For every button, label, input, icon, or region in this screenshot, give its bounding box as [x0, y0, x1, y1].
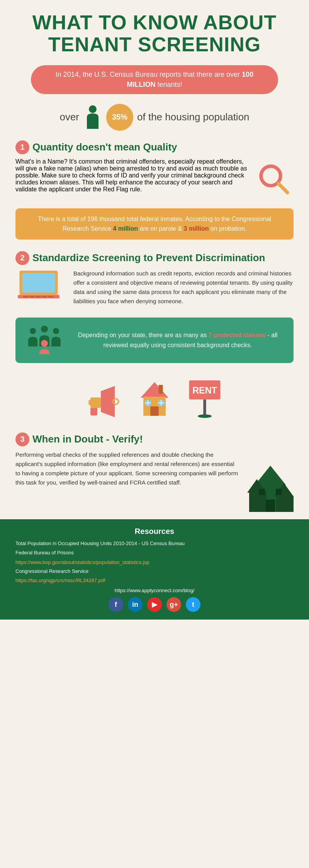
- social-row: f in ▶ g+ t: [15, 597, 294, 612]
- twitter-icon[interactable]: t: [186, 597, 200, 612]
- info-box: There is a total of 196 thousand total f…: [15, 208, 294, 240]
- section1-number: 1: [15, 140, 29, 154]
- section2-body: Background information such as credit re…: [73, 269, 294, 306]
- section3-number: 3: [15, 432, 29, 446]
- megaphone-icon: [87, 384, 122, 419]
- resource2-url[interactable]: https://www.bop.gov/about/statistics/pop…: [15, 559, 149, 565]
- svg-rect-10: [48, 296, 53, 297]
- twitter-label: t: [192, 601, 194, 609]
- svg-rect-28: [159, 385, 163, 393]
- section1-body: What's in a Name? It's common that crimi…: [15, 158, 247, 193]
- svg-point-14: [41, 340, 48, 347]
- census-banner: In 2014, the U.S. Census Bureau reports …: [31, 65, 278, 94]
- population-text: of the housing population: [137, 111, 250, 123]
- linkedin-label: in: [132, 601, 138, 609]
- magnifier-icon: [257, 162, 292, 197]
- section2-title-text: Standardize Screening to Prevent Discrim…: [32, 252, 265, 264]
- section2-body-text: Background information such as credit re…: [73, 269, 294, 306]
- linkedin-icon[interactable]: in: [128, 597, 143, 612]
- houses-right: [247, 450, 294, 513]
- section3: 3 When in Doubt - Verify! Performing ver…: [0, 427, 309, 519]
- people-group-svg: [25, 323, 64, 354]
- svg-rect-38: [276, 496, 294, 512]
- over-label: over: [59, 111, 79, 123]
- section1-body-text: What's in a Name? It's common that crimi…: [15, 158, 247, 193]
- svg-marker-19: [141, 382, 168, 398]
- svg-rect-39: [266, 500, 275, 512]
- svg-line-2: [278, 184, 287, 193]
- googleplus-icon[interactable]: g+: [166, 597, 181, 612]
- magnifier-area: [255, 158, 294, 197]
- section3-body: Performing verbal checks of the supplied…: [15, 450, 239, 513]
- icons-row: RENT: [0, 369, 309, 427]
- protected-text: Depending on your state, there are as ma…: [71, 330, 284, 350]
- svg-rect-29: [203, 399, 206, 417]
- website-url-text: https://www.applyconnect.com/blog/: [115, 588, 195, 593]
- svg-rect-41: [276, 489, 282, 495]
- svg-rect-21: [150, 406, 159, 415]
- svg-point-11: [30, 328, 36, 334]
- info-green-text: 4 million: [113, 225, 138, 232]
- svg-rect-17: [89, 400, 94, 405]
- facebook-icon[interactable]: f: [109, 597, 123, 612]
- svg-rect-9: [42, 296, 47, 297]
- header-section: WHAT TO KNOW ABOUT TENANT SCREENING: [0, 0, 309, 59]
- resource3-label: Congressional Research Service: [15, 567, 294, 575]
- svg-rect-40: [259, 489, 265, 495]
- page-title: WHAT TO KNOW ABOUT TENANT SCREENING: [15, 12, 294, 56]
- population-stat: over 35% of the housing population: [0, 100, 309, 135]
- resource2-label: Federal Bureau of Prisons: [15, 549, 294, 557]
- section2-inner: Background information such as credit re…: [15, 269, 294, 306]
- googleplus-label: g+: [170, 601, 178, 609]
- resources-title: Resources: [15, 527, 294, 536]
- svg-point-32: [198, 414, 212, 418]
- percent-value: 35%: [112, 113, 127, 122]
- census-text-before: In 2014, the U.S. Census Bureau reports …: [56, 71, 242, 78]
- resource1: Total Population in Occupied Housing Uni…: [15, 540, 294, 547]
- houses-decoration: [247, 450, 294, 512]
- svg-rect-4: [22, 273, 55, 292]
- svg-point-13: [53, 328, 59, 334]
- section3-inner: Performing verbal checks of the supplied…: [15, 450, 294, 513]
- protected-highlight: 7 protected classes: [209, 332, 266, 338]
- laptop-area: [15, 269, 66, 305]
- person-icon: [83, 104, 102, 131]
- svg-point-12: [41, 326, 48, 333]
- info-red-text: 3 million: [184, 225, 209, 232]
- house-icon: [137, 377, 172, 419]
- svg-point-0: [89, 105, 97, 113]
- svg-marker-33: [255, 466, 286, 485]
- svg-rect-8: [36, 296, 41, 297]
- youtube-label: ▶: [152, 600, 157, 609]
- laptop-icon: [15, 269, 62, 304]
- section3-title-text: When in Doubt - Verify!: [32, 433, 143, 445]
- protected-classes-box: Depending on your state, there are as ma…: [15, 317, 294, 363]
- section3-title: 3 When in Doubt - Verify!: [15, 432, 294, 446]
- census-text-after: tenants!: [155, 81, 182, 88]
- svg-rect-7: [29, 296, 35, 297]
- section2: 2 Standardize Screening to Prevent Discr…: [0, 245, 309, 312]
- footer: Resources Total Population in Occupied H…: [0, 519, 309, 620]
- percent-badge: 35%: [106, 104, 133, 131]
- resource3-url[interactable]: https://fas.org/sgp/crs/misc/RL34287.pdf: [15, 578, 105, 583]
- section1-inner: What's in a Name? It's common that crimi…: [15, 158, 294, 197]
- rent-sign-icon: RENT: [187, 377, 222, 419]
- info-text-after: on probation.: [209, 225, 246, 232]
- section3-body-text: Performing verbal checks of the supplied…: [15, 450, 239, 487]
- section1-title: 1 Quantity doesn't mean Quality: [15, 140, 294, 154]
- section2-title: 2 Standardize Screening to Prevent Discr…: [15, 251, 294, 265]
- facebook-label: f: [115, 601, 117, 609]
- svg-rect-6: [23, 296, 29, 297]
- section1-title-text: Quantity doesn't mean Quality: [32, 141, 177, 153]
- svg-text:RENT: RENT: [192, 385, 217, 395]
- section2-number: 2: [15, 251, 29, 265]
- info-text-middle: are on parole &: [138, 225, 183, 232]
- people-group-icon: [25, 323, 64, 357]
- youtube-icon[interactable]: ▶: [147, 597, 162, 612]
- protected-text-before: Depending on your state, there are as ma…: [78, 332, 209, 338]
- website-url: https://www.applyconnect.com/blog/: [15, 588, 294, 593]
- section1: 1 Quantity doesn't mean Quality What's i…: [0, 135, 309, 203]
